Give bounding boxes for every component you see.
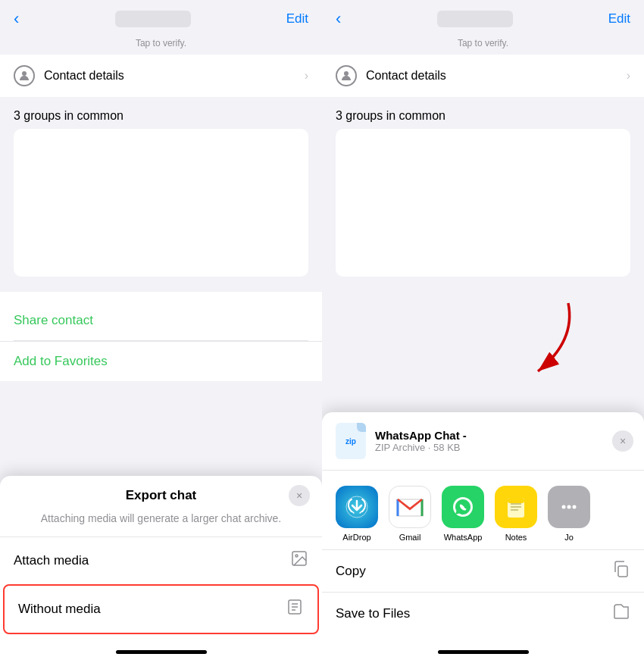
without-media-option[interactable]: Without media [3, 584, 319, 634]
notes-label: Notes [505, 533, 527, 542]
left-groups-image [14, 129, 308, 277]
export-modal-header: Export chat × [0, 476, 322, 509]
airdrop-icon [336, 486, 378, 528]
share-app-gmail[interactable]: Gmail [387, 486, 433, 542]
right-contact-chevron: › [627, 69, 630, 83]
save-files-icon [612, 602, 630, 625]
add-favorites-button[interactable]: Add to Favorites [0, 341, 322, 381]
copy-icon [612, 560, 630, 583]
right-groups-title: 3 groups in common [336, 109, 630, 123]
right-top-bar: ‹ Edit [322, 0, 644, 35]
without-media-icon [286, 598, 304, 621]
svg-point-17 [567, 505, 571, 509]
left-groups-title: 3 groups in common [14, 109, 308, 123]
more-icon [548, 486, 590, 528]
attach-media-option[interactable]: Attach media [0, 536, 322, 584]
left-groups-section: 3 groups in common [0, 99, 322, 283]
share-contact-label: Share contact [14, 313, 93, 327]
export-close-button[interactable]: × [289, 485, 310, 506]
share-app-more[interactable]: Jo [546, 486, 592, 542]
attach-media-label: Attach media [14, 553, 89, 568]
left-edit-button[interactable]: Edit [286, 11, 308, 27]
left-tap-verify: Tap to verify. [0, 35, 322, 55]
airdrop-label: AirDrop [342, 533, 370, 542]
contact-icon [14, 65, 35, 86]
whatsapp-icon [442, 486, 484, 528]
right-contact-icon [336, 65, 357, 86]
copy-action-row[interactable]: Copy [322, 549, 644, 592]
svg-point-2 [295, 555, 298, 557]
svg-point-0 [22, 71, 27, 76]
share-sheet: zip WhatsApp Chat - ZIP Archive · 58 KB … [322, 412, 644, 660]
export-modal-title: Export chat [126, 488, 197, 503]
more-label: Jo [564, 533, 574, 542]
without-media-label: Without media [18, 602, 101, 617]
right-home-bar [438, 650, 529, 654]
share-file-type: ZIP Archive · 58 KB [375, 442, 467, 453]
share-app-whatsapp[interactable]: WhatsApp [440, 486, 486, 542]
right-contact-details-label: Contact details [366, 69, 446, 83]
right-back-button[interactable]: ‹ [336, 11, 341, 27]
svg-point-18 [562, 505, 566, 509]
share-app-airdrop[interactable]: AirDrop [334, 486, 380, 542]
left-panel: ‹ Edit Tap to verify. Contact details › … [0, 0, 322, 660]
share-app-notes[interactable]: Notes [493, 486, 539, 542]
right-groups-section: 3 groups in common [322, 99, 644, 283]
share-file-info: WhatsApp Chat - ZIP Archive · 58 KB [375, 429, 467, 453]
add-favorites-label: Add to Favorites [14, 354, 108, 368]
share-file-name: WhatsApp Chat - [375, 429, 467, 442]
share-contact-button[interactable]: Share contact [0, 301, 322, 340]
attach-media-icon [290, 549, 308, 572]
left-top-bar: ‹ Edit [0, 0, 322, 35]
svg-rect-20 [618, 566, 627, 577]
right-title-bar [437, 11, 513, 27]
left-title-bar [115, 11, 191, 27]
contact-details-label: Contact details [44, 69, 124, 83]
gmail-label: Gmail [399, 533, 421, 542]
save-files-action-row[interactable]: Save to Files [322, 592, 644, 634]
share-apps-row: AirDrop Gmail [334, 486, 632, 542]
contact-details-chevron: › [305, 69, 308, 83]
left-home-bar [116, 650, 207, 654]
right-panel: ‹ Edit Tap to verify. Contact details › … [322, 0, 644, 660]
whatsapp-label: WhatsApp [444, 533, 483, 542]
export-description: Attaching media will generate a larger c… [0, 509, 322, 536]
copy-label: Copy [336, 564, 366, 579]
save-files-label: Save to Files [336, 606, 410, 621]
share-file-header: zip WhatsApp Chat - ZIP Archive · 58 KB … [322, 412, 644, 471]
share-apps-area: AirDrop Gmail [322, 471, 644, 549]
gmail-icon [389, 486, 431, 528]
left-home-indicator [0, 634, 322, 660]
left-back-button[interactable]: ‹ [14, 11, 19, 27]
zip-label: zip [345, 437, 356, 446]
left-contact-details-row[interactable]: Contact details › [0, 55, 322, 97]
share-close-button[interactable]: × [612, 430, 633, 452]
right-groups-image [336, 129, 630, 277]
right-contact-details-row[interactable]: Contact details › [322, 55, 644, 97]
right-tap-verify: Tap to verify. [322, 35, 644, 55]
zip-badge: zip [336, 423, 366, 459]
right-edit-button[interactable]: Edit [608, 11, 630, 27]
svg-rect-16 [508, 498, 524, 503]
notes-icon [495, 486, 537, 528]
svg-point-7 [344, 71, 349, 76]
svg-point-19 [573, 505, 577, 509]
red-arrow-overlay [508, 296, 583, 389]
right-home-indicator [322, 634, 644, 660]
export-chat-modal: Export chat × Attaching media will gener… [0, 476, 322, 660]
